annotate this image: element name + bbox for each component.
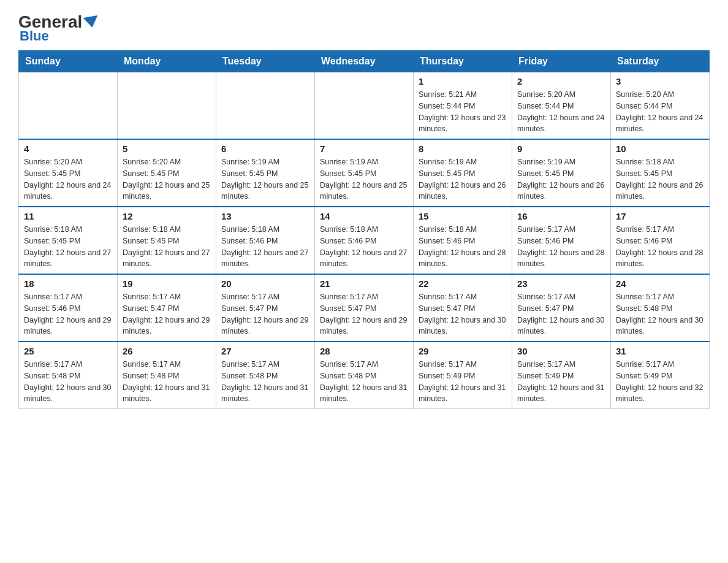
calendar-cell: 10Sunrise: 5:18 AMSunset: 5:45 PMDayligh…: [611, 139, 710, 207]
weekday-header-saturday: Saturday: [611, 51, 710, 72]
calendar-cell: 22Sunrise: 5:17 AMSunset: 5:47 PMDayligh…: [414, 274, 512, 342]
day-number: 7: [320, 144, 408, 154]
calendar-week-row: 18Sunrise: 5:17 AMSunset: 5:46 PMDayligh…: [19, 274, 710, 342]
calendar-cell: 25Sunrise: 5:17 AMSunset: 5:48 PMDayligh…: [19, 342, 118, 409]
page-header: General Blue: [18, 12, 710, 44]
calendar-cell: 24Sunrise: 5:17 AMSunset: 5:48 PMDayligh…: [611, 274, 710, 342]
logo-blue-label: Blue: [20, 28, 49, 44]
day-info: Sunrise: 5:17 AMSunset: 5:46 PMDaylight:…: [24, 291, 112, 337]
day-number: 3: [616, 76, 704, 86]
calendar-cell: 21Sunrise: 5:17 AMSunset: 5:47 PMDayligh…: [315, 274, 414, 342]
calendar-cell: 15Sunrise: 5:18 AMSunset: 5:46 PMDayligh…: [414, 207, 512, 274]
day-info: Sunrise: 5:19 AMSunset: 5:45 PMDaylight:…: [419, 156, 507, 202]
calendar-cell: 16Sunrise: 5:17 AMSunset: 5:46 PMDayligh…: [512, 207, 611, 274]
weekday-header-wednesday: Wednesday: [315, 51, 414, 72]
day-number: 13: [221, 211, 309, 221]
day-number: 26: [123, 346, 211, 356]
day-info: Sunrise: 5:17 AMSunset: 5:48 PMDaylight:…: [123, 359, 211, 405]
logo: General Blue: [18, 12, 99, 44]
calendar-cell: [315, 72, 414, 140]
day-info: Sunrise: 5:18 AMSunset: 5:46 PMDaylight:…: [221, 224, 309, 270]
day-number: 2: [517, 76, 605, 86]
day-info: Sunrise: 5:18 AMSunset: 5:45 PMDaylight:…: [24, 224, 112, 270]
calendar-table: SundayMondayTuesdayWednesdayThursdayFrid…: [18, 50, 710, 409]
calendar-header-row: SundayMondayTuesdayWednesdayThursdayFrid…: [19, 51, 710, 72]
day-info: Sunrise: 5:20 AMSunset: 5:44 PMDaylight:…: [616, 89, 704, 135]
day-info: Sunrise: 5:18 AMSunset: 5:46 PMDaylight:…: [419, 224, 507, 270]
weekday-header-tuesday: Tuesday: [216, 51, 315, 72]
calendar-cell: 1Sunrise: 5:21 AMSunset: 5:44 PMDaylight…: [414, 72, 512, 140]
calendar-cell: 13Sunrise: 5:18 AMSunset: 5:46 PMDayligh…: [216, 207, 315, 274]
day-number: 10: [616, 144, 704, 154]
calendar-cell: 6Sunrise: 5:19 AMSunset: 5:45 PMDaylight…: [216, 139, 315, 207]
calendar-cell: 5Sunrise: 5:20 AMSunset: 5:45 PMDaylight…: [118, 139, 216, 207]
day-info: Sunrise: 5:20 AMSunset: 5:45 PMDaylight:…: [123, 156, 211, 202]
day-info: Sunrise: 5:17 AMSunset: 5:48 PMDaylight:…: [24, 359, 112, 405]
day-info: Sunrise: 5:17 AMSunset: 5:49 PMDaylight:…: [419, 359, 507, 405]
day-info: Sunrise: 5:20 AMSunset: 5:44 PMDaylight:…: [517, 89, 605, 135]
calendar-cell: 18Sunrise: 5:17 AMSunset: 5:46 PMDayligh…: [19, 274, 118, 342]
weekday-header-monday: Monday: [118, 51, 216, 72]
calendar-cell: 19Sunrise: 5:17 AMSunset: 5:47 PMDayligh…: [118, 274, 216, 342]
day-number: 19: [123, 278, 211, 289]
calendar-cell: 26Sunrise: 5:17 AMSunset: 5:48 PMDayligh…: [118, 342, 216, 409]
day-info: Sunrise: 5:17 AMSunset: 5:46 PMDaylight:…: [616, 224, 704, 270]
calendar-week-row: 25Sunrise: 5:17 AMSunset: 5:48 PMDayligh…: [19, 342, 710, 409]
calendar-cell: 12Sunrise: 5:18 AMSunset: 5:45 PMDayligh…: [118, 207, 216, 274]
calendar-week-row: 11Sunrise: 5:18 AMSunset: 5:45 PMDayligh…: [19, 207, 710, 274]
day-number: 14: [320, 211, 408, 221]
day-number: 21: [320, 278, 408, 289]
calendar-cell: 2Sunrise: 5:20 AMSunset: 5:44 PMDaylight…: [512, 72, 611, 140]
calendar-cell: 30Sunrise: 5:17 AMSunset: 5:49 PMDayligh…: [512, 342, 611, 409]
day-number: 18: [24, 278, 112, 289]
calendar-cell: 7Sunrise: 5:19 AMSunset: 5:45 PMDaylight…: [315, 139, 414, 207]
day-number: 22: [419, 278, 507, 289]
day-number: 20: [221, 278, 309, 289]
day-info: Sunrise: 5:19 AMSunset: 5:45 PMDaylight:…: [517, 156, 605, 202]
day-number: 16: [517, 211, 605, 221]
day-info: Sunrise: 5:18 AMSunset: 5:45 PMDaylight:…: [123, 224, 211, 270]
day-info: Sunrise: 5:17 AMSunset: 5:47 PMDaylight:…: [517, 291, 605, 337]
day-number: 27: [221, 346, 309, 356]
day-info: Sunrise: 5:20 AMSunset: 5:45 PMDaylight:…: [24, 156, 112, 202]
day-number: 23: [517, 278, 605, 289]
day-number: 15: [419, 211, 507, 221]
day-info: Sunrise: 5:17 AMSunset: 5:49 PMDaylight:…: [616, 359, 704, 405]
day-info: Sunrise: 5:18 AMSunset: 5:45 PMDaylight:…: [616, 156, 704, 202]
calendar-cell: 11Sunrise: 5:18 AMSunset: 5:45 PMDayligh…: [19, 207, 118, 274]
day-info: Sunrise: 5:17 AMSunset: 5:46 PMDaylight:…: [517, 224, 605, 270]
day-info: Sunrise: 5:17 AMSunset: 5:48 PMDaylight:…: [320, 359, 408, 405]
day-info: Sunrise: 5:19 AMSunset: 5:45 PMDaylight:…: [320, 156, 408, 202]
day-number: 30: [517, 346, 605, 356]
calendar-cell: 31Sunrise: 5:17 AMSunset: 5:49 PMDayligh…: [611, 342, 710, 409]
calendar-cell: [118, 72, 216, 140]
weekday-header-friday: Friday: [512, 51, 611, 72]
weekday-header-thursday: Thursday: [414, 51, 512, 72]
day-info: Sunrise: 5:17 AMSunset: 5:48 PMDaylight:…: [221, 359, 309, 405]
calendar-cell: [19, 72, 118, 140]
calendar-cell: 29Sunrise: 5:17 AMSunset: 5:49 PMDayligh…: [414, 342, 512, 409]
calendar-cell: 27Sunrise: 5:17 AMSunset: 5:48 PMDayligh…: [216, 342, 315, 409]
day-info: Sunrise: 5:17 AMSunset: 5:47 PMDaylight:…: [320, 291, 408, 337]
day-info: Sunrise: 5:19 AMSunset: 5:45 PMDaylight:…: [221, 156, 309, 202]
calendar-week-row: 4Sunrise: 5:20 AMSunset: 5:45 PMDaylight…: [19, 139, 710, 207]
day-number: 29: [419, 346, 507, 356]
day-info: Sunrise: 5:17 AMSunset: 5:47 PMDaylight:…: [221, 291, 309, 337]
day-info: Sunrise: 5:17 AMSunset: 5:47 PMDaylight:…: [419, 291, 507, 337]
logo-triangle-icon: [83, 15, 100, 29]
day-number: 1: [419, 76, 507, 86]
day-info: Sunrise: 5:17 AMSunset: 5:49 PMDaylight:…: [517, 359, 605, 405]
calendar-cell: 20Sunrise: 5:17 AMSunset: 5:47 PMDayligh…: [216, 274, 315, 342]
day-number: 5: [123, 144, 211, 154]
calendar-cell: 9Sunrise: 5:19 AMSunset: 5:45 PMDaylight…: [512, 139, 611, 207]
calendar-cell: 14Sunrise: 5:18 AMSunset: 5:46 PMDayligh…: [315, 207, 414, 274]
day-info: Sunrise: 5:18 AMSunset: 5:46 PMDaylight:…: [320, 224, 408, 270]
day-info: Sunrise: 5:21 AMSunset: 5:44 PMDaylight:…: [419, 89, 507, 135]
calendar-cell: 28Sunrise: 5:17 AMSunset: 5:48 PMDayligh…: [315, 342, 414, 409]
day-number: 9: [517, 144, 605, 154]
day-number: 31: [616, 346, 704, 356]
day-number: 12: [123, 211, 211, 221]
calendar-cell: [216, 72, 315, 140]
weekday-header-sunday: Sunday: [19, 51, 118, 72]
calendar-cell: 17Sunrise: 5:17 AMSunset: 5:46 PMDayligh…: [611, 207, 710, 274]
